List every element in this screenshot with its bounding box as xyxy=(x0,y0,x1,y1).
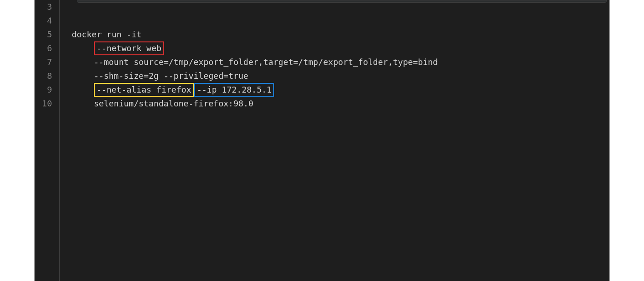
code-line-10[interactable]: selenium/standalone-firefox:98.0 xyxy=(72,97,610,111)
highlight-ip-flag: --ip 172.28.5.1 xyxy=(194,83,275,97)
line-number: 6 xyxy=(34,41,52,55)
line-number-gutter: 3 4 5 6 7 8 9 10 xyxy=(34,0,59,281)
highlight-network-flag: --network web xyxy=(94,41,164,55)
code-line-8[interactable]: --shm-size=2g --privileged=true xyxy=(72,69,610,83)
line-number: 10 xyxy=(34,97,52,111)
code-content[interactable]: docker run -it --network web --mount sou… xyxy=(59,0,610,281)
line-number: 3 xyxy=(34,0,52,14)
code-line-7[interactable]: --mount source=/tmp/export_folder,target… xyxy=(72,55,610,69)
line-number: 9 xyxy=(34,83,52,97)
code-text: --mount source=/tmp/export_folder,target… xyxy=(94,57,438,67)
code-line-5[interactable]: docker run -it xyxy=(72,28,610,41)
line-number: 8 xyxy=(34,69,52,83)
code-editor[interactable]: 3 4 5 6 7 8 9 10 docker run -it --networ… xyxy=(34,0,610,281)
code-text: --shm-size=2g --privileged=true xyxy=(94,71,248,81)
line-number: 5 xyxy=(34,28,52,41)
code-text: docker run -it xyxy=(72,29,142,39)
line-number: 4 xyxy=(34,14,52,28)
highlight-net-alias-flag: --net-alias firefox xyxy=(94,83,194,97)
line-number: 7 xyxy=(34,55,52,69)
code-text: selenium/standalone-firefox:98.0 xyxy=(94,99,253,108)
code-line-4[interactable] xyxy=(72,14,610,28)
page-background: 3 4 5 6 7 8 9 10 docker run -it --networ… xyxy=(0,0,644,281)
code-line-9[interactable]: --net-alias firefox--ip 172.28.5.1 xyxy=(72,83,610,97)
code-line-6[interactable]: --network web xyxy=(72,41,610,55)
code-line-3[interactable] xyxy=(72,0,610,14)
